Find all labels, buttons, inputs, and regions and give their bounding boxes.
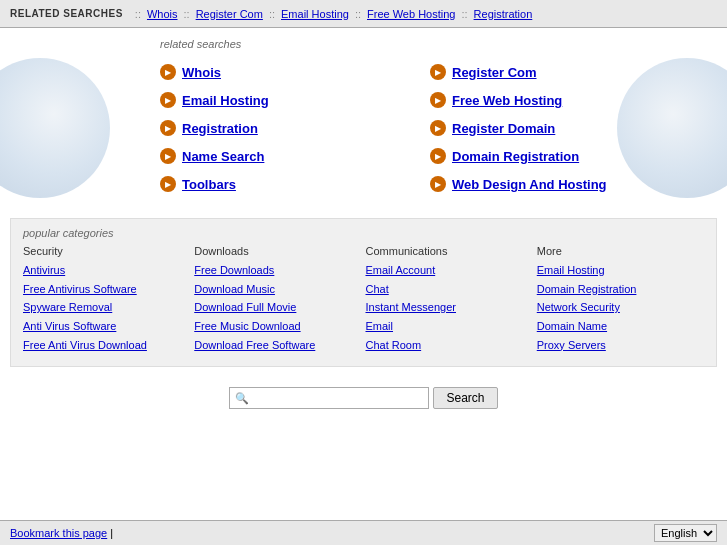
search-links-grid: Whois Register Com Email Hosting Free We… — [150, 58, 690, 198]
sep-1: :: — [135, 8, 141, 20]
search-link-registration[interactable]: Registration — [182, 121, 258, 136]
search-link-item-free-web-hosting: Free Web Hosting — [420, 86, 690, 114]
search-input[interactable] — [229, 387, 429, 409]
language-select[interactable]: English — [654, 524, 717, 542]
arrow-icon-name-search — [160, 148, 176, 164]
main-content: related searches Whois Register Com Emai… — [0, 28, 727, 520]
popular-categories-title: popular categories — [23, 227, 704, 239]
category-link-email[interactable]: Email — [366, 317, 533, 336]
search-link-item-registration: Registration — [150, 114, 420, 142]
sep-4: :: — [355, 8, 361, 20]
category-link-free-antivirus[interactable]: Free Antivirus Software — [23, 280, 190, 299]
category-link-chat-room[interactable]: Chat Room — [366, 336, 533, 355]
search-link-item-register-com: Register Com — [420, 58, 690, 86]
topbar-link-free-web-hosting[interactable]: Free Web Hosting — [367, 8, 455, 20]
category-link-download-music[interactable]: Download Music — [194, 280, 361, 299]
category-heading-communications: Communications — [366, 245, 533, 257]
search-link-email-hosting[interactable]: Email Hosting — [182, 93, 269, 108]
topbar-link-register-com[interactable]: Register Com — [196, 8, 263, 20]
category-col-more: More Email Hosting Domain Registration N… — [537, 245, 704, 354]
arrow-icon-domain-registration — [430, 148, 446, 164]
category-link-domain-registration[interactable]: Domain Registration — [537, 280, 704, 299]
search-link-item-whois: Whois — [150, 58, 420, 86]
category-link-instant-messenger[interactable]: Instant Messenger — [366, 298, 533, 317]
search-link-item-domain-registration: Domain Registration — [420, 142, 690, 170]
arrow-icon-register-com — [430, 64, 446, 80]
search-icon: 🔍 — [235, 392, 249, 405]
search-link-item-web-design-hosting: Web Design And Hosting — [420, 170, 690, 198]
category-heading-downloads: Downloads — [194, 245, 361, 257]
related-searches-label: RELATED SEARCHES — [10, 8, 123, 19]
search-link-item-toolbars: Toolbars — [150, 170, 420, 198]
bottom-separator: | — [110, 527, 113, 539]
search-link-web-design-hosting[interactable]: Web Design And Hosting — [452, 177, 607, 192]
search-link-item-email-hosting: Email Hosting — [150, 86, 420, 114]
search-link-domain-registration[interactable]: Domain Registration — [452, 149, 579, 164]
search-link-register-domain[interactable]: Register Domain — [452, 121, 555, 136]
category-link-spyware[interactable]: Spyware Removal — [23, 298, 190, 317]
bottom-bar: Bookmark this page | English — [0, 520, 727, 545]
arrow-icon-toolbars — [160, 176, 176, 192]
category-link-download-free-software[interactable]: Download Free Software — [194, 336, 361, 355]
arrow-icon-web-design-hosting — [430, 176, 446, 192]
topbar-link-whois[interactable]: Whois — [147, 8, 178, 20]
search-bar: 🔍 Search — [0, 377, 727, 419]
category-col-communications: Communications Email Account Chat Instan… — [366, 245, 533, 354]
category-link-free-music-download[interactable]: Free Music Download — [194, 317, 361, 336]
sep-2: :: — [184, 8, 190, 20]
search-link-whois[interactable]: Whois — [182, 65, 221, 80]
categories-grid: Security Antivirus Free Antivirus Softwa… — [23, 245, 704, 354]
arrow-icon-email-hosting — [160, 92, 176, 108]
category-link-domain-name[interactable]: Domain Name — [537, 317, 704, 336]
arrow-icon-register-domain — [430, 120, 446, 136]
arrow-icon-whois — [160, 64, 176, 80]
category-col-security: Security Antivirus Free Antivirus Softwa… — [23, 245, 190, 354]
category-link-antivirus[interactable]: Antivirus — [23, 261, 190, 280]
top-bar: RELATED SEARCHES :: Whois :: Register Co… — [0, 0, 727, 28]
sep-5: :: — [461, 8, 467, 20]
category-link-chat[interactable]: Chat — [366, 280, 533, 299]
category-link-download-full-movie[interactable]: Download Full Movie — [194, 298, 361, 317]
search-link-free-web-hosting[interactable]: Free Web Hosting — [452, 93, 562, 108]
search-link-item-register-domain: Register Domain — [420, 114, 690, 142]
topbar-link-email-hosting[interactable]: Email Hosting — [281, 8, 349, 20]
bookmark-link[interactable]: Bookmark this page — [10, 527, 107, 539]
category-link-anti-virus-software[interactable]: Anti Virus Software — [23, 317, 190, 336]
search-link-name-search[interactable]: Name Search — [182, 149, 264, 164]
search-input-wrapper: 🔍 — [229, 387, 429, 409]
search-link-item-name-search: Name Search — [150, 142, 420, 170]
bottom-left: Bookmark this page | — [10, 527, 113, 539]
category-link-free-downloads[interactable]: Free Downloads — [194, 261, 361, 280]
arrow-icon-free-web-hosting — [430, 92, 446, 108]
arrow-icon-registration — [160, 120, 176, 136]
category-link-network-security[interactable]: Network Security — [537, 298, 704, 317]
category-link-email-hosting[interactable]: Email Hosting — [537, 261, 704, 280]
bottom-right: English — [654, 524, 717, 542]
search-link-register-com[interactable]: Register Com — [452, 65, 537, 80]
search-link-toolbars[interactable]: Toolbars — [182, 177, 236, 192]
search-button[interactable]: Search — [433, 387, 497, 409]
category-link-email-account[interactable]: Email Account — [366, 261, 533, 280]
sep-3: :: — [269, 8, 275, 20]
related-searches-section: related searches Whois Register Com Emai… — [0, 28, 727, 208]
category-heading-security: Security — [23, 245, 190, 257]
related-searches-title: related searches — [150, 38, 697, 50]
category-col-downloads: Downloads Free Downloads Download Music … — [194, 245, 361, 354]
category-heading-more: More — [537, 245, 704, 257]
category-link-free-anti-virus-download[interactable]: Free Anti Virus Download — [23, 336, 190, 355]
popular-categories-section: popular categories Security Antivirus Fr… — [10, 218, 717, 367]
topbar-link-registration[interactable]: Registration — [474, 8, 533, 20]
category-link-proxy-servers[interactable]: Proxy Servers — [537, 336, 704, 355]
